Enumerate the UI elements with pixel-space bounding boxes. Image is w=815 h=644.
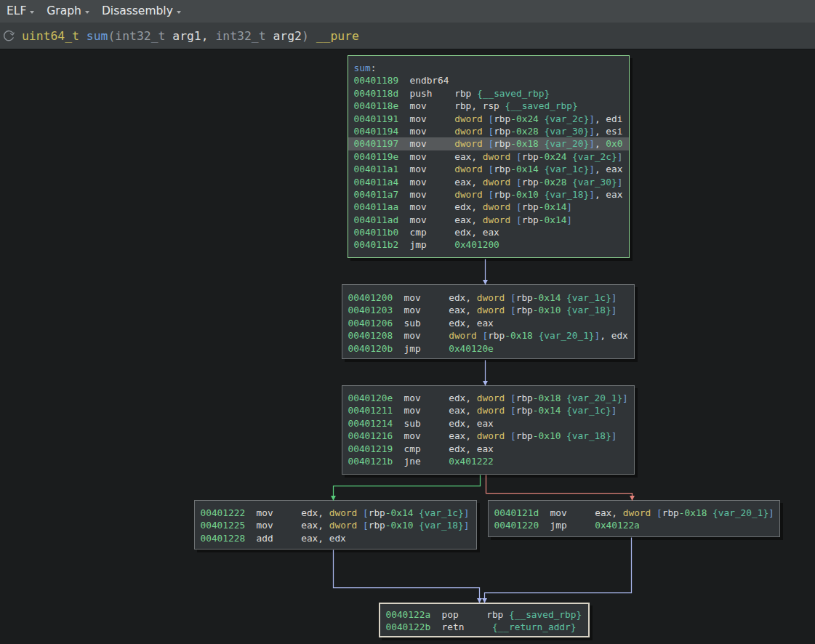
instruction-line[interactable]: 0040121d mov eax, dword [rbp-0x18 {var_2… — [489, 507, 779, 519]
menu-item-disassembly[interactable]: Disassembly — [102, 0, 181, 23]
instruction-line[interactable]: 00401225 mov eax, dword [rbp-0x10 {var_1… — [195, 519, 476, 531]
signature-token: arg2 — [266, 29, 302, 43]
signature-token — [79, 29, 87, 43]
instruction-line[interactable]: 0040120b jmp 0x40120e — [342, 342, 634, 355]
menu-item-label: Disassembly — [102, 0, 173, 23]
instruction-line[interactable]: 00401219 cmp edx, eax — [342, 443, 634, 455]
instruction-line[interactable]: 00401206 sub edx, eax — [342, 317, 634, 329]
instruction-line[interactable]: 004011ad mov eax, dword [rbp-0x14] — [348, 214, 629, 226]
instruction-line[interactable]: 00401222 mov edx, dword [rbp-0x14 {var_1… — [195, 507, 476, 519]
instruction-line[interactable]: 00401228 add eax, edx — [195, 532, 476, 544]
instruction-line[interactable]: 0040120e mov edx, dword [rbp-0x18 {var_2… — [342, 392, 634, 404]
instruction-line[interactable]: 0040118e mov rbp, rsp {__saved_rbp} — [348, 100, 629, 112]
instruction-line[interactable]: 00401194 mov dword [rbp-0x28 {var_30}], … — [348, 125, 629, 137]
menu-item-label: ELF — [7, 0, 26, 23]
basic-block-block-401189[interactable]: sum:00401189 endbr640040118d push rbp {_… — [348, 55, 630, 258]
instruction-line[interactable]: 004011aa mov edx, dword [rbp-0x14] — [348, 201, 629, 213]
signature-token: __pure — [316, 29, 359, 43]
refresh-icon[interactable] — [3, 30, 15, 42]
basic-block-block-40122a[interactable]: 0040122a pop rbp {__saved_rbp}0040122b r… — [379, 603, 590, 637]
instruction-line[interactable]: 00401216 mov eax, dword [rbp-0x10 {var_1… — [342, 430, 634, 442]
basic-block-block-40121d[interactable]: 0040121d mov eax, dword [rbp-0x18 {var_2… — [488, 500, 780, 537]
instruction-line[interactable]: 004011b2 jmp 0x401200 — [348, 238, 629, 251]
menu-item-elf[interactable]: ELF — [7, 0, 34, 23]
signature-token: arg1, — [165, 29, 215, 43]
menu-item-label: Graph — [47, 0, 81, 23]
instruction-line[interactable]: 00401208 mov dword [rbp-0x18 {var_20_1}]… — [342, 329, 634, 342]
instruction-line[interactable]: 0040118d push rbp {__saved_rbp} — [348, 87, 629, 100]
instruction-line[interactable]: 004011b0 cmp edx, eax — [348, 226, 629, 238]
function-signature[interactable]: uint64_t sum(int32_t arg1, int32_t arg2)… — [22, 29, 359, 43]
signature-token — [309, 29, 316, 43]
signature-token: int32_t — [115, 29, 165, 43]
instruction-line[interactable]: sum: — [348, 62, 629, 74]
instruction-line[interactable]: 00401200 mov edx, dword [rbp-0x14 {var_1… — [342, 291, 634, 304]
instruction-line[interactable]: 00401191 mov dword [rbp-0x24 {var_2c}], … — [348, 113, 629, 125]
chevron-down-icon — [85, 11, 89, 14]
instruction-line[interactable]: 00401211 mov eax, dword [rbp-0x14 {var_1… — [342, 404, 634, 416]
instruction-line[interactable]: 004011a7 mov dword [rbp-0x10 {var_18}], … — [348, 188, 629, 201]
instruction-line[interactable]: 0040122a pop rbp {__saved_rbp} — [380, 608, 588, 621]
instruction-line[interactable]: 00401220 jmp 0x40122a — [489, 519, 779, 531]
instruction-line[interactable]: 0040121b jne 0x401222 — [342, 455, 634, 467]
function-signature-bar: uint64_t sum(int32_t arg1, int32_t arg2)… — [0, 23, 815, 50]
instruction-line-selected[interactable]: 00401197 mov dword [rbp-0x18 {var_20}], … — [348, 137, 629, 150]
instruction-line[interactable]: 00401203 mov eax, dword [rbp-0x10 {var_1… — [342, 304, 634, 316]
signature-token: ( — [108, 29, 115, 43]
instruction-line[interactable]: 004011a4 mov eax, dword [rbp-0x28 {var_3… — [348, 176, 629, 188]
instruction-line[interactable]: 0040122b retn {__return_addr} — [380, 621, 588, 633]
basic-block-block-401200[interactable]: 00401200 mov edx, dword [rbp-0x14 {var_1… — [342, 284, 635, 359]
instruction-line[interactable]: 004011a1 mov dword [rbp-0x14 {var_1c}], … — [348, 163, 629, 175]
instruction-line[interactable]: 00401214 sub edx, eax — [342, 417, 634, 430]
signature-token: sum — [87, 29, 108, 43]
basic-block-block-401222[interactable]: 00401222 mov edx, dword [rbp-0x14 {var_1… — [194, 500, 477, 550]
basic-block-block-40120e[interactable]: 0040120e mov edx, dword [rbp-0x18 {var_2… — [342, 385, 635, 475]
instruction-line[interactable]: 0040119e mov eax, dword [rbp-0x24 {var_2… — [348, 150, 629, 163]
signature-token: ) — [302, 29, 309, 43]
signature-token: uint64_t — [22, 29, 79, 43]
signature-token: int32_t — [215, 29, 265, 43]
menu-bar: ELFGraphDisassembly — [0, 0, 815, 23]
chevron-down-icon — [177, 11, 181, 14]
chevron-down-icon — [30, 11, 34, 14]
instruction-line[interactable]: 00401189 endbr64 — [348, 74, 629, 86]
menu-item-graph[interactable]: Graph — [47, 0, 89, 23]
